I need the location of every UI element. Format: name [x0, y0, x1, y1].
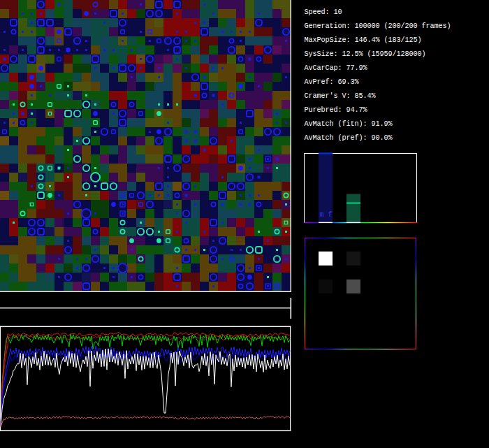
svg-text:AvCarCap: 77.9%: AvCarCap: 77.9% [305, 64, 368, 72]
svg-text:MaxPopSize: 146.4% (183/125): MaxPopSize: 146.4% (183/125) [305, 36, 422, 44]
svg-text:AvMatch (fitn): 91.9%: AvMatch (fitn): 91.9% [305, 120, 393, 128]
svg-text:Purebred: 94.7%: Purebred: 94.7% [305, 106, 368, 114]
svg-text:AvPref: 69.3%: AvPref: 69.3% [305, 78, 360, 86]
svg-text:Speed: 10: Speed: 10 [305, 8, 342, 16]
svg-text:Generation: 100000 (200/200 fr: Generation: 100000 (200/200 frames) [305, 22, 451, 30]
svg-text:SysSize: 12.5% (15959/128000): SysSize: 12.5% (15959/128000) [305, 50, 426, 58]
svg-text:AvMatch (pref): 90.0%: AvMatch (pref): 90.0% [305, 134, 393, 142]
svg-text:m f: m f [320, 211, 333, 219]
svg-text:Cramer's V: 85.4%: Cramer's V: 85.4% [305, 92, 377, 100]
